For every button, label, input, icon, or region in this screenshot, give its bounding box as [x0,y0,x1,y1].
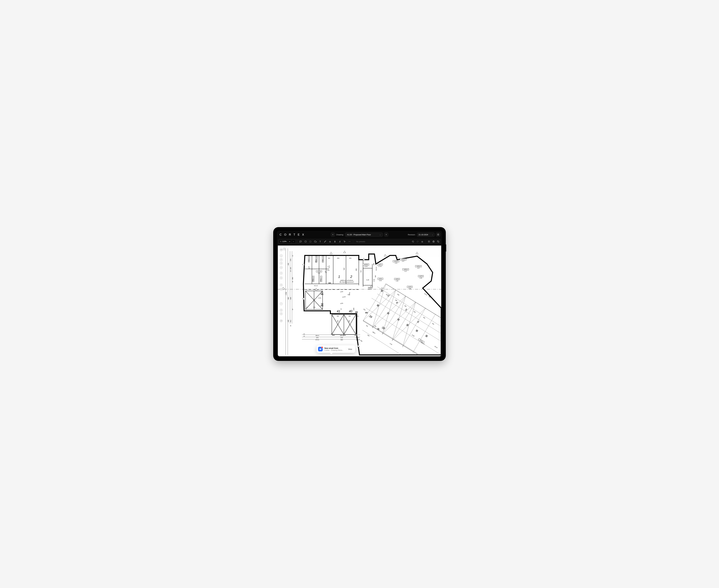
notifications-button[interactable] [436,232,440,237]
svg-text:W4: W4 [315,261,317,262]
svg-text:125: 125 [290,267,291,270]
eraser-tool[interactable] [328,239,332,244]
svg-text:W4: W4 [397,257,398,258]
print-button[interactable] [431,239,436,244]
svg-text:80: 80 [308,266,310,268]
drawing-value: A1.03 - Proposed Main Floor [347,234,371,236]
selection-tool[interactable] [308,239,313,244]
svg-text:5: 5 [281,277,281,279]
zoom-value[interactable]: 110% [279,240,288,243]
revision-select[interactable]: 21-10-2024 ⌄ [417,233,435,237]
cloud-tool[interactable] [313,239,318,244]
svg-text:1065: 1065 [353,308,355,311]
svg-text:-01/KL4: -01/KL4 [403,269,408,270]
svg-text:3.48: 3.48 [312,279,314,282]
pen-tool[interactable] [323,239,327,244]
svg-text:3.17: 3.17 [404,271,407,272]
drawing-select[interactable]: A1.03 - Proposed Main Floor ⌄ [345,233,383,237]
svg-text:-01/K1: -01/K1 [379,278,382,279]
svg-text:3.43: 3.43 [395,262,397,264]
svg-text:435: 435 [288,263,289,265]
svg-text:1: 1 [281,255,281,256]
bell-icon [437,234,439,236]
svg-text:4.12: 4.12 [308,260,309,262]
svg-text:411: 411 [290,320,291,322]
stamp-tool[interactable] [333,239,337,244]
svg-text:3: 3 [281,262,281,264]
svg-text:-01/K3: -01/K3 [395,278,399,280]
svg-point-0 [280,241,281,242]
svg-text:V: V [281,267,282,268]
svg-text:276: 276 [290,259,291,261]
svg-text:500: 500 [343,268,345,270]
svg-text:3.56: 3.56 [320,279,321,282]
svg-text:12: 12 [303,335,305,337]
svg-text:-01/T3: -01/T3 [419,275,423,277]
svg-text:190: 190 [373,279,375,280]
svg-rect-11 [278,247,441,257]
svg-text:VII: VII [280,249,282,250]
svg-rect-57 [329,282,331,284]
view-button[interactable]: View [346,347,354,351]
prev-drawing-button[interactable] [331,233,335,237]
copy-button[interactable] [436,239,440,244]
svg-text:HP33: HP33 [370,286,373,287]
text-tool[interactable]: T [318,239,322,244]
export-button[interactable] [427,239,431,244]
svg-rect-61 [343,334,346,336]
drawing-canvas[interactable]: VII 1 2 3 V 4 5 6 IV 7 8 9 10 VI [278,246,441,356]
highlighter-tool[interactable] [338,239,342,244]
zoom-in-button[interactable]: + [288,239,292,244]
svg-text:-3,45: -3,45 [366,279,369,281]
svg-text:650: 650 [288,297,289,299]
zoom-out-button[interactable]: − [292,239,295,244]
text-icon: T [319,240,321,243]
svg-rect-2 [310,241,311,242]
svg-text:101.5: 101.5 [356,339,360,341]
next-drawing-button[interactable] [384,233,388,237]
more-tools-button[interactable]: ⋯ [347,239,352,244]
comment-tool[interactable] [298,239,303,244]
svg-text:REI120: REI120 [376,267,377,271]
svg-text:dla niepełnosprawnych: dla niepełnosprawnych [339,281,354,283]
svg-text:0.5%: 0.5% [318,297,321,299]
svg-text:255: 255 [292,277,293,280]
svg-text:684: 684 [340,339,343,341]
svg-text:10: 10 [290,270,291,272]
svg-marker-12 [278,257,288,355]
app-logo: C O R T E X [279,233,305,236]
svg-text:150: 150 [328,257,330,259]
svg-text:8: 8 [281,309,281,311]
clear-button[interactable] [420,239,424,244]
pointer-tool[interactable] [342,239,347,244]
svg-text:EI60: EI60 [327,270,330,271]
svg-text:250: 250 [320,305,322,307]
rectangle-tool[interactable] [303,239,308,244]
svg-text:DN33: DN33 [368,288,372,290]
svg-text:IV: IV [281,289,282,290]
svg-text:-01/KL6: -01/KL6 [394,260,398,262]
copy-icon [437,240,439,243]
square-icon [304,240,306,243]
svg-text:435: 435 [288,320,289,322]
undo-button[interactable] [411,239,415,244]
svg-text:74: 74 [332,315,333,317]
revision-value: 21-10-2024 [419,234,428,236]
svg-text:550.5: 550.5 [316,335,319,336]
svg-text:626: 626 [290,297,291,299]
svg-text:24: 24 [292,309,293,310]
svg-text:7: 7 [281,303,281,304]
undo-icon [412,240,414,243]
redo-button[interactable] [416,239,420,244]
svg-text:250: 250 [337,257,339,259]
svg-text:10: 10 [280,320,282,321]
blueprint: VII 1 2 3 V 4 5 6 IV 7 8 9 10 VI [278,246,441,356]
svg-text:210: 210 [373,280,375,281]
svg-text:250: 250 [337,315,339,317]
svg-text:3.55: 3.55 [408,288,411,289]
svg-marker-265 [302,298,304,300]
svg-text:260: 260 [375,275,376,277]
header-bar: C O R T E X Drawing: A1.03 - Proposed Ma… [277,231,442,239]
svg-marker-261 [363,258,365,260]
svg-text:1.69: 1.69 [396,280,398,281]
